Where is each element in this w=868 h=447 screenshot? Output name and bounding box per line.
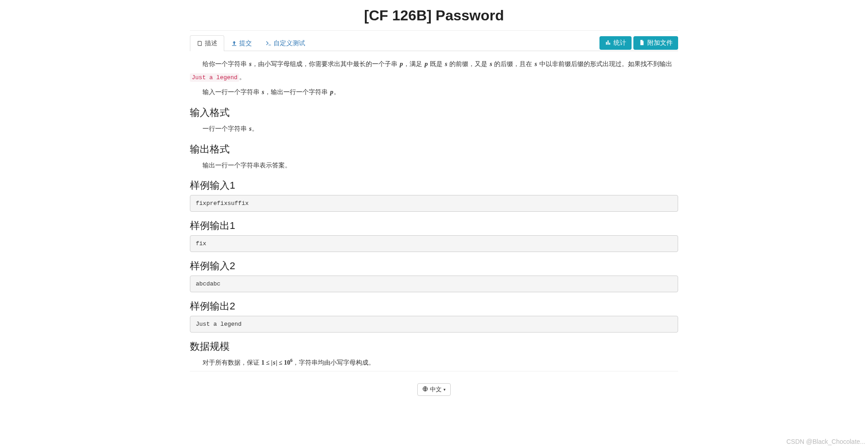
- problem-statement: 给你一个字符串 s，由小写字母组成，你需要求出其中最长的一个子串 p，满足 p …: [190, 57, 678, 84]
- file-icon: [639, 39, 645, 47]
- output-format-text: 输出一行一个字符串表示答案。: [190, 159, 678, 171]
- sample-output-2: Just a legend: [190, 316, 678, 333]
- io-summary: 输入一行一个字符串 s，输出一行一个字符串 p。: [190, 86, 678, 99]
- button-label: 附加文件: [647, 39, 673, 47]
- data-scale-text: 对于所有数据，保证 1 ≤ |s| ≤ 106，字符串均由小写字母构成。: [190, 356, 678, 369]
- code-literal: Just a legend: [190, 73, 239, 82]
- watermark: CSDN @Black_Chocolate...: [786, 438, 865, 445]
- stats-button[interactable]: 统计: [599, 36, 632, 50]
- sample-input-2: abcdabc: [190, 276, 678, 292]
- caret-down-icon: ▾: [443, 387, 446, 392]
- section-sample-output-2: 样例输出2: [190, 300, 678, 313]
- language-label: 中文: [430, 385, 442, 394]
- page-title: [CF 126B] Password: [190, 7, 678, 24]
- section-output-format: 输出格式: [190, 143, 678, 156]
- globe-icon: [422, 386, 428, 393]
- section-sample-input-1: 样例输入1: [190, 179, 678, 192]
- tab-label: 自定义测试: [274, 39, 305, 48]
- tab-label: 描述: [205, 39, 217, 48]
- action-buttons: 统计 附加文件: [599, 36, 678, 50]
- divider: [190, 30, 678, 31]
- input-format-text: 一行一个字符串 s。: [190, 122, 678, 135]
- book-icon: [197, 40, 203, 47]
- divider-bottom: [190, 371, 678, 371]
- section-data-scale: 数据规模: [190, 340, 678, 353]
- sample-output-1: fix: [190, 235, 678, 252]
- language-footer: 中文 ▾: [190, 383, 678, 396]
- bar-chart-icon: [605, 39, 611, 47]
- tab-custom-test[interactable]: 自定义测试: [259, 35, 312, 51]
- upload-icon: [231, 40, 237, 47]
- attach-button[interactable]: 附加文件: [633, 36, 678, 50]
- section-input-format: 输入格式: [190, 106, 678, 119]
- section-sample-output-1: 样例输出1: [190, 219, 678, 233]
- tab-describe[interactable]: 描述: [190, 35, 224, 51]
- sample-input-1: fixprefixsuffix: [190, 195, 678, 212]
- section-sample-input-2: 样例输入2: [190, 259, 678, 273]
- problem-content: 给你一个字符串 s，由小写字母组成，你需要求出其中最长的一个子串 p，满足 p …: [190, 57, 678, 369]
- tab-submit[interactable]: 提交: [224, 35, 259, 51]
- language-switch-button[interactable]: 中文 ▾: [417, 383, 451, 396]
- tab-label: 提交: [239, 39, 252, 48]
- tab-row: 描述 提交 自定义测试 统计: [190, 35, 678, 51]
- terminal-icon: [265, 40, 272, 47]
- button-label: 统计: [613, 39, 626, 47]
